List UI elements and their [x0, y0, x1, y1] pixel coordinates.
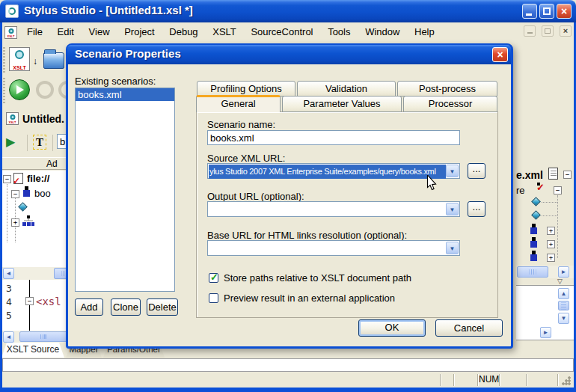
- preview-external-checkbox[interactable]: [209, 293, 218, 303]
- scenario-listbox[interactable]: books.xml: [75, 88, 175, 292]
- scenario-properties-dialog: Scenario Properties × Existing scenarios…: [66, 43, 513, 349]
- scroll-thumb[interactable]: [517, 266, 548, 278]
- scenario-name-input[interactable]: books.xml: [207, 130, 460, 145]
- open-folder-icon[interactable]: [43, 52, 64, 69]
- tab-processor[interactable]: Processor: [403, 96, 497, 112]
- status-separator: [557, 374, 558, 386]
- scroll-thumb[interactable]: [19, 331, 67, 342]
- mdi-restore-button[interactable]: [542, 25, 554, 37]
- status-separator: [453, 374, 454, 386]
- menu-debug[interactable]: Debug: [163, 22, 203, 42]
- expand-expander-icon[interactable]: +: [11, 218, 19, 227]
- import-arrow-icon[interactable]: ↓: [33, 56, 37, 67]
- element-node-icon: [530, 237, 539, 248]
- store-paths-label[interactable]: Store paths relative to XSLT document pa…: [224, 272, 411, 284]
- scroll-right-icon[interactable]: ►: [558, 266, 569, 278]
- grid-header-label: Ad: [46, 159, 58, 169]
- output-strip: [2, 358, 574, 372]
- right-tree-hscrollbar[interactable]: ►: [516, 266, 574, 278]
- dropdown-arrow-icon[interactable]: ▼: [446, 203, 459, 215]
- tab-xslt-source[interactable]: XSLT Source: [1, 343, 64, 358]
- attribute-diamond-icon: [531, 210, 541, 220]
- preview-external-label[interactable]: Preview result in an external applicatio…: [224, 293, 395, 304]
- collapse-expander-icon[interactable]: −: [563, 171, 572, 179]
- browse-source-button[interactable]: ...: [468, 163, 485, 179]
- editor-hscrollbar[interactable]: ◄: [0, 331, 67, 343]
- tab-profiling-options[interactable]: Profiling Options: [197, 81, 295, 97]
- resize-grip[interactable]: [562, 376, 571, 385]
- dialog-titlebar[interactable]: Scenario Properties ×: [67, 45, 511, 64]
- toolbar-grip[interactable]: [3, 78, 5, 103]
- base-url-combo[interactable]: ▼: [207, 240, 460, 256]
- scenario-list-item-selected[interactable]: books.xml: [76, 88, 174, 101]
- menu-edit[interactable]: Edit: [52, 22, 80, 42]
- checked-element-icon: ✓: [536, 183, 546, 194]
- clone-button[interactable]: Clone: [111, 298, 141, 316]
- xslt-document-icon: XSLT: [4, 26, 17, 39]
- right-tree-label[interactable]: re: [516, 185, 525, 196]
- collapse-expander-icon[interactable]: −: [11, 190, 19, 198]
- attribute-diamond-icon: [531, 197, 541, 206]
- code-fold-icon[interactable]: −: [25, 297, 34, 305]
- menu-help[interactable]: Help: [408, 22, 441, 42]
- debug-run-icon[interactable]: [9, 79, 30, 100]
- status-separator: [499, 374, 500, 386]
- menu-project[interactable]: Project: [118, 22, 160, 42]
- tab-parameter-values[interactable]: Parameter Values: [282, 96, 402, 112]
- minimize-button[interactable]: [522, 4, 537, 19]
- dropdown-arrow-icon[interactable]: ▼: [446, 165, 459, 177]
- mdi-close-button[interactable]: ×: [560, 25, 572, 37]
- menu-view[interactable]: View: [83, 22, 116, 42]
- browse-output-button[interactable]: ...: [468, 201, 485, 217]
- delete-button[interactable]: Delete: [147, 298, 178, 316]
- tree-hscrollbar[interactable]: ◄: [0, 267, 67, 280]
- mdi-minimize-button[interactable]: [524, 25, 536, 37]
- status-bar: NUM: [2, 373, 574, 388]
- general-tab-panel: Scenario name: books.xml Source XML URL:…: [196, 111, 498, 318]
- scroll-thumb[interactable]: [558, 301, 569, 310]
- tree-child-label[interactable]: boo: [34, 188, 51, 199]
- ok-button[interactable]: OK: [358, 319, 426, 337]
- menu-tools[interactable]: Tools: [322, 22, 356, 42]
- tree-root-label[interactable]: file://: [27, 173, 49, 184]
- menu-xslt[interactable]: XSLT: [206, 22, 242, 42]
- red-check-glyph: ✓: [536, 182, 545, 193]
- store-paths-checkbox[interactable]: ✓: [209, 273, 218, 283]
- scroll-right-icon[interactable]: ►: [540, 327, 551, 338]
- xslt-source-editor[interactable]: 3 4 5 − <xsl: [0, 280, 67, 331]
- scroll-up-icon[interactable]: ▲: [558, 288, 569, 299]
- menu-file[interactable]: File: [21, 22, 49, 42]
- tab-validation[interactable]: Validation: [297, 81, 396, 97]
- collapse-expander-icon[interactable]: −: [3, 175, 11, 183]
- new-xslt-toolbar-icon[interactable]: XSLT: [9, 47, 30, 71]
- expand-expander-icon[interactable]: +: [547, 254, 555, 262]
- output-url-combo[interactable]: ▼: [207, 201, 460, 217]
- source-xml-url-label: Source XML URL:: [207, 153, 285, 164]
- grid-header-bar: Ad: [0, 157, 67, 170]
- scroll-down-icon[interactable]: ▼: [558, 313, 569, 324]
- scroll-left-icon[interactable]: ◄: [3, 331, 14, 343]
- cancel-button[interactable]: Cancel: [435, 319, 503, 337]
- run-scenario-icon[interactable]: ▶: [6, 135, 15, 149]
- tab-general[interactable]: General: [196, 95, 281, 112]
- dialog-close-button[interactable]: ×: [492, 47, 508, 62]
- menu-window[interactable]: Window: [359, 22, 405, 42]
- element-node-icon: [530, 224, 539, 234]
- expand-expander-icon[interactable]: +: [547, 240, 555, 248]
- dialog-title: Scenario Properties: [75, 47, 181, 60]
- line-number: 4: [6, 296, 12, 307]
- dropdown-arrow-icon[interactable]: ▼: [446, 242, 459, 254]
- maximize-button[interactable]: [539, 4, 554, 19]
- toolbar-grip[interactable]: [3, 47, 5, 73]
- add-button[interactable]: Add: [75, 298, 103, 316]
- expand-expander-icon[interactable]: +: [547, 227, 555, 235]
- splitter-collapse-icon[interactable]: ▽: [557, 278, 563, 285]
- source-xml-url-combo[interactable]: ylus Studio 2007 XML Enterprise Suite/ex…: [207, 163, 460, 179]
- tab-post-process[interactable]: Post-process: [397, 81, 497, 97]
- status-separator: [477, 374, 478, 386]
- collapse-expander-icon[interactable]: −: [554, 186, 562, 195]
- close-button[interactable]: ×: [557, 4, 572, 19]
- menu-sourcecontrol[interactable]: SourceControl: [245, 22, 319, 42]
- text-highlight-icon[interactable]: T: [33, 135, 46, 150]
- scroll-left-icon[interactable]: ◄: [3, 268, 14, 279]
